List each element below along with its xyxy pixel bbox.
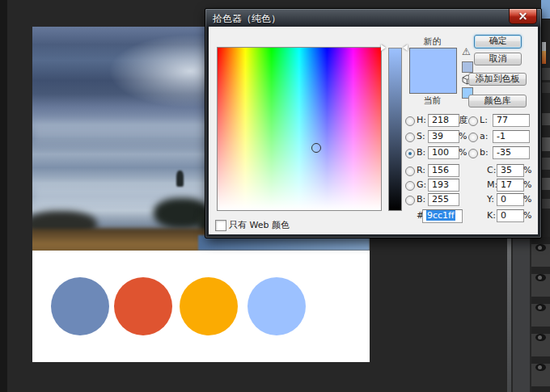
dialog-body: 新的 当前 ⚠ H: 218 度 S: 39 % B: 100 % R: 156… [209,27,538,234]
only-web-colors-checkbox[interactable] [215,220,226,231]
y-unit: % [523,193,531,206]
b-label: B: [417,146,425,159]
dialog-titlebar[interactable]: 拾色器（纯色） [205,9,541,27]
s-label: S: [417,130,425,143]
clipped-panel-swatch [541,0,550,19]
c-label: C: [487,164,496,177]
panel-divider[interactable] [507,237,511,392]
hex-selected-text: 9cc1ff [426,210,455,221]
slider-arrow-left-icon[interactable] [381,44,386,51]
close-button[interactable] [509,9,537,24]
h-unit: 度 [459,114,468,127]
k-unit: % [523,209,531,222]
radio-s[interactable] [405,133,415,142]
eye-icon [535,364,546,371]
new-current-swatch [409,48,457,94]
lab-b-input[interactable]: -35 [493,146,530,159]
palette-circle-1 [51,277,109,335]
saturation-field[interactable] [217,47,382,211]
radio-b-selected[interactable] [405,149,415,158]
radio-a[interactable] [468,133,478,142]
palette-circle-3 [180,277,238,335]
eye-icon [535,334,546,341]
ok-button[interactable]: 确定 [474,35,522,48]
layer-visibility-column [531,237,550,392]
eye-icon [535,274,546,281]
slider-arrow-right-icon[interactable] [403,44,408,51]
b2-label: B: [417,193,425,206]
palette-circle-4 [248,277,306,335]
layer-visibility-toggle[interactable] [531,244,550,267]
radio-h[interactable] [405,116,415,126]
gamut-warning-icon[interactable]: ⚠ [462,46,471,57]
radio-b2[interactable] [405,196,415,205]
b-input[interactable]: 100 [428,146,459,159]
y-label: Y: [487,193,494,206]
photo-tree [176,171,184,187]
a-input[interactable]: -1 [493,130,530,143]
hex-input[interactable]: 9cc1ff [422,209,463,223]
r-input[interactable]: 156 [428,164,459,177]
layer-visibility-toggle[interactable] [531,274,550,297]
c-input[interactable]: 35 [497,164,524,177]
s-input[interactable]: 39 [428,130,459,143]
brightness-slider[interactable] [388,48,402,211]
radio-r[interactable] [405,166,415,176]
c-unit: % [523,164,531,177]
r-label: R: [417,164,425,177]
radio-l[interactable] [468,116,478,126]
k-input[interactable]: 0 [497,209,524,222]
h-input[interactable]: 218 [428,114,459,127]
layers-panel-edge [512,237,530,392]
layer-visibility-toggle[interactable] [531,304,550,327]
only-web-colors-label: 只有 Web 颜色 [229,219,290,231]
k-label: K: [487,209,496,222]
m-unit: % [523,179,531,192]
cancel-button[interactable]: 取消 [474,53,522,65]
dialog-title: 拾色器（纯色） [213,12,281,26]
palette-circle-2 [114,277,172,335]
current-color-label: 当前 [409,95,455,107]
color-field-marker[interactable] [311,143,321,153]
lab-b-label: b: [480,146,489,159]
radio-lab-b[interactable] [468,149,478,158]
g-input[interactable]: 193 [428,179,459,192]
l-input[interactable]: 77 [493,114,530,127]
workspace-left-edge [0,0,7,392]
add-to-swatches-button[interactable]: 添加到色板 [468,73,527,86]
radio-g[interactable] [405,181,415,191]
layer-visibility-toggle[interactable] [531,334,550,356]
new-color-label: 新的 [409,36,455,48]
m-input[interactable]: 17 [497,179,524,192]
g-label: G: [417,179,426,192]
color-picker-dialog: 拾色器（纯色） 新的 当前 ⚠ H: 218 度 S: 39 % [205,8,542,238]
b-unit: % [459,146,467,159]
eye-icon [535,304,546,311]
color-libraries-button[interactable]: 颜色库 [468,95,527,107]
h-label: H: [417,114,426,127]
l-label: L: [480,114,488,127]
layer-visibility-toggle[interactable] [531,364,550,386]
eye-icon [535,244,546,251]
a-label: a: [480,130,488,143]
y-input[interactable]: 0 [497,193,524,206]
s-unit: % [459,130,467,143]
gamut-swatch[interactable] [462,61,473,73]
b2-input[interactable]: 255 [428,193,459,206]
